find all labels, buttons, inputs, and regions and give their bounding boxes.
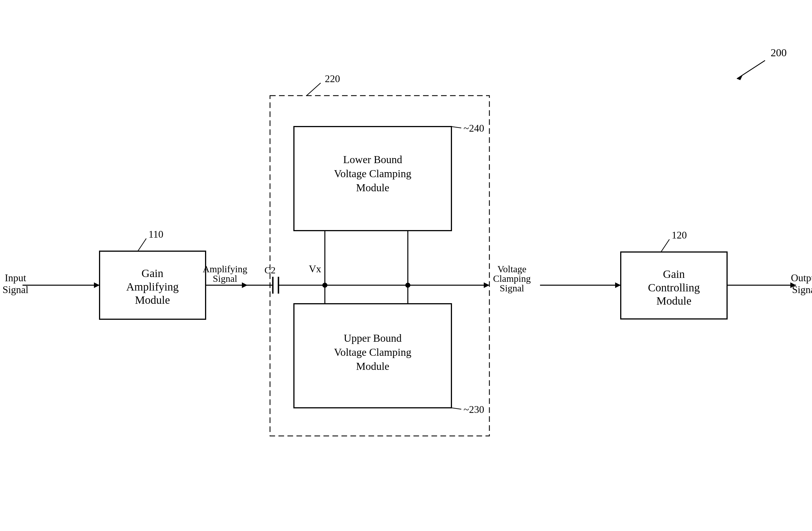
svg-line-3 <box>451 127 461 128</box>
input-signal-label2: Signal <box>2 284 28 295</box>
gain-controlling-label1: Gain <box>663 268 685 281</box>
svg-marker-24 <box>615 282 621 288</box>
svg-line-6 <box>661 239 669 252</box>
gain-amplifying-label1: Gain <box>142 267 163 279</box>
upper-bound-label1: Upper Bound <box>344 332 402 344</box>
amplifying-signal-label1: Amplifying <box>203 264 247 274</box>
ref-230-label: ~230 <box>464 404 484 415</box>
lower-bound-label3: Module <box>356 182 389 193</box>
lower-bound-label2: Voltage Clamping <box>334 168 411 180</box>
output-signal-label2: Signal <box>792 284 812 295</box>
circuit-diagram: 200 220 Lower Bound Voltage Clamping Mod… <box>0 0 812 531</box>
vx-label: Vx <box>309 263 321 274</box>
svg-marker-10 <box>242 282 247 288</box>
upper-bound-label3: Module <box>356 360 389 372</box>
output-signal-label1: Output <box>791 272 812 284</box>
ref-110-label: 110 <box>148 229 163 240</box>
ref-200: 200 <box>771 47 787 58</box>
svg-line-2 <box>307 83 321 96</box>
ref-240-label: ~240 <box>464 123 484 134</box>
voltage-clamping-signal-label1: Voltage <box>497 264 526 274</box>
svg-marker-22 <box>484 282 489 288</box>
voltage-clamping-outer-box <box>270 96 489 436</box>
input-signal-label1: Input <box>5 272 26 284</box>
ref-220-label: 220 <box>325 73 340 84</box>
gain-amplifying-label3: Module <box>135 293 170 306</box>
svg-line-0 <box>737 60 765 79</box>
svg-marker-8 <box>94 282 100 288</box>
gain-controlling-label2: Controlling <box>648 281 700 294</box>
voltage-clamping-signal-label3: Signal <box>500 283 524 293</box>
svg-line-4 <box>451 408 461 409</box>
gain-amplifying-label2: Amplifying <box>126 281 179 293</box>
c2-label: C2 <box>264 265 276 275</box>
diagram-container: 200 220 Lower Bound Voltage Clamping Mod… <box>0 0 812 531</box>
svg-line-5 <box>138 239 146 251</box>
upper-bound-label2: Voltage Clamping <box>334 346 411 358</box>
lower-bound-label1: Lower Bound <box>343 154 402 166</box>
gain-controlling-label3: Module <box>656 295 691 307</box>
voltage-clamping-signal-label2: Clamping <box>493 273 531 284</box>
ref-120-label: 120 <box>672 230 687 241</box>
amplifying-signal-label2: Signal <box>213 273 237 284</box>
